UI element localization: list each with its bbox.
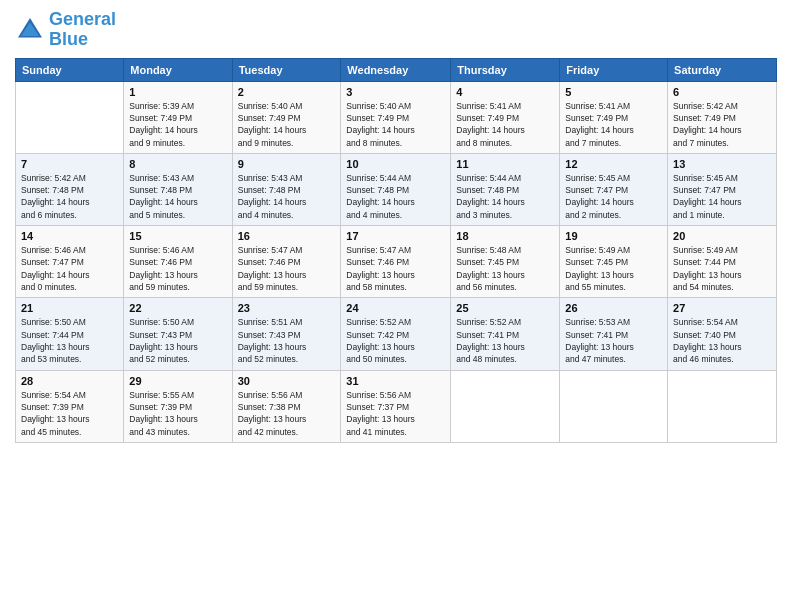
day-info: Sunrise: 5:55 AM Sunset: 7:39 PM Dayligh… <box>129 389 226 438</box>
day-number: 20 <box>673 230 771 242</box>
day-cell: 25Sunrise: 5:52 AM Sunset: 7:41 PM Dayli… <box>451 298 560 370</box>
day-number: 14 <box>21 230 118 242</box>
week-row-2: 7Sunrise: 5:42 AM Sunset: 7:48 PM Daylig… <box>16 153 777 225</box>
day-info: Sunrise: 5:47 AM Sunset: 7:46 PM Dayligh… <box>238 244 336 293</box>
day-info: Sunrise: 5:51 AM Sunset: 7:43 PM Dayligh… <box>238 316 336 365</box>
day-info: Sunrise: 5:56 AM Sunset: 7:37 PM Dayligh… <box>346 389 445 438</box>
col-header-wednesday: Wednesday <box>341 58 451 81</box>
day-number: 13 <box>673 158 771 170</box>
day-info: Sunrise: 5:43 AM Sunset: 7:48 PM Dayligh… <box>129 172 226 221</box>
day-cell: 20Sunrise: 5:49 AM Sunset: 7:44 PM Dayli… <box>668 226 777 298</box>
day-cell: 15Sunrise: 5:46 AM Sunset: 7:46 PM Dayli… <box>124 226 232 298</box>
day-cell: 3Sunrise: 5:40 AM Sunset: 7:49 PM Daylig… <box>341 81 451 153</box>
day-number: 2 <box>238 86 336 98</box>
day-info: Sunrise: 5:48 AM Sunset: 7:45 PM Dayligh… <box>456 244 554 293</box>
day-cell: 9Sunrise: 5:43 AM Sunset: 7:48 PM Daylig… <box>232 153 341 225</box>
day-number: 12 <box>565 158 662 170</box>
day-cell: 19Sunrise: 5:49 AM Sunset: 7:45 PM Dayli… <box>560 226 668 298</box>
day-cell: 23Sunrise: 5:51 AM Sunset: 7:43 PM Dayli… <box>232 298 341 370</box>
week-row-5: 28Sunrise: 5:54 AM Sunset: 7:39 PM Dayli… <box>16 370 777 442</box>
day-info: Sunrise: 5:41 AM Sunset: 7:49 PM Dayligh… <box>456 100 554 149</box>
day-cell: 10Sunrise: 5:44 AM Sunset: 7:48 PM Dayli… <box>341 153 451 225</box>
week-row-4: 21Sunrise: 5:50 AM Sunset: 7:44 PM Dayli… <box>16 298 777 370</box>
day-number: 23 <box>238 302 336 314</box>
day-cell: 22Sunrise: 5:50 AM Sunset: 7:43 PM Dayli… <box>124 298 232 370</box>
day-number: 30 <box>238 375 336 387</box>
day-cell: 8Sunrise: 5:43 AM Sunset: 7:48 PM Daylig… <box>124 153 232 225</box>
day-number: 9 <box>238 158 336 170</box>
day-cell: 18Sunrise: 5:48 AM Sunset: 7:45 PM Dayli… <box>451 226 560 298</box>
day-number: 22 <box>129 302 226 314</box>
day-number: 16 <box>238 230 336 242</box>
day-cell <box>16 81 124 153</box>
day-cell: 1Sunrise: 5:39 AM Sunset: 7:49 PM Daylig… <box>124 81 232 153</box>
day-number: 26 <box>565 302 662 314</box>
day-cell: 12Sunrise: 5:45 AM Sunset: 7:47 PM Dayli… <box>560 153 668 225</box>
day-number: 29 <box>129 375 226 387</box>
day-info: Sunrise: 5:54 AM Sunset: 7:39 PM Dayligh… <box>21 389 118 438</box>
day-info: Sunrise: 5:42 AM Sunset: 7:49 PM Dayligh… <box>673 100 771 149</box>
col-header-friday: Friday <box>560 58 668 81</box>
day-number: 11 <box>456 158 554 170</box>
day-number: 1 <box>129 86 226 98</box>
day-info: Sunrise: 5:42 AM Sunset: 7:48 PM Dayligh… <box>21 172 118 221</box>
day-cell: 26Sunrise: 5:53 AM Sunset: 7:41 PM Dayli… <box>560 298 668 370</box>
day-number: 15 <box>129 230 226 242</box>
day-number: 17 <box>346 230 445 242</box>
day-cell: 24Sunrise: 5:52 AM Sunset: 7:42 PM Dayli… <box>341 298 451 370</box>
day-number: 18 <box>456 230 554 242</box>
day-info: Sunrise: 5:40 AM Sunset: 7:49 PM Dayligh… <box>238 100 336 149</box>
day-info: Sunrise: 5:39 AM Sunset: 7:49 PM Dayligh… <box>129 100 226 149</box>
day-cell <box>560 370 668 442</box>
day-info: Sunrise: 5:43 AM Sunset: 7:48 PM Dayligh… <box>238 172 336 221</box>
day-cell: 21Sunrise: 5:50 AM Sunset: 7:44 PM Dayli… <box>16 298 124 370</box>
logo-icon <box>15 15 45 45</box>
col-header-monday: Monday <box>124 58 232 81</box>
day-info: Sunrise: 5:44 AM Sunset: 7:48 PM Dayligh… <box>456 172 554 221</box>
day-number: 4 <box>456 86 554 98</box>
day-number: 31 <box>346 375 445 387</box>
day-cell: 14Sunrise: 5:46 AM Sunset: 7:47 PM Dayli… <box>16 226 124 298</box>
day-info: Sunrise: 5:56 AM Sunset: 7:38 PM Dayligh… <box>238 389 336 438</box>
day-number: 27 <box>673 302 771 314</box>
day-info: Sunrise: 5:53 AM Sunset: 7:41 PM Dayligh… <box>565 316 662 365</box>
day-cell: 13Sunrise: 5:45 AM Sunset: 7:47 PM Dayli… <box>668 153 777 225</box>
col-header-thursday: Thursday <box>451 58 560 81</box>
day-info: Sunrise: 5:46 AM Sunset: 7:47 PM Dayligh… <box>21 244 118 293</box>
day-cell: 28Sunrise: 5:54 AM Sunset: 7:39 PM Dayli… <box>16 370 124 442</box>
day-info: Sunrise: 5:54 AM Sunset: 7:40 PM Dayligh… <box>673 316 771 365</box>
day-cell: 29Sunrise: 5:55 AM Sunset: 7:39 PM Dayli… <box>124 370 232 442</box>
day-number: 24 <box>346 302 445 314</box>
col-header-sunday: Sunday <box>16 58 124 81</box>
day-info: Sunrise: 5:50 AM Sunset: 7:44 PM Dayligh… <box>21 316 118 365</box>
header: General Blue <box>15 10 777 50</box>
day-cell: 4Sunrise: 5:41 AM Sunset: 7:49 PM Daylig… <box>451 81 560 153</box>
page: General Blue SundayMondayTuesdayWednesda… <box>0 0 792 612</box>
day-number: 21 <box>21 302 118 314</box>
day-cell: 5Sunrise: 5:41 AM Sunset: 7:49 PM Daylig… <box>560 81 668 153</box>
week-row-3: 14Sunrise: 5:46 AM Sunset: 7:47 PM Dayli… <box>16 226 777 298</box>
day-cell: 17Sunrise: 5:47 AM Sunset: 7:46 PM Dayli… <box>341 226 451 298</box>
col-header-tuesday: Tuesday <box>232 58 341 81</box>
day-cell: 27Sunrise: 5:54 AM Sunset: 7:40 PM Dayli… <box>668 298 777 370</box>
day-info: Sunrise: 5:46 AM Sunset: 7:46 PM Dayligh… <box>129 244 226 293</box>
day-cell: 11Sunrise: 5:44 AM Sunset: 7:48 PM Dayli… <box>451 153 560 225</box>
day-info: Sunrise: 5:41 AM Sunset: 7:49 PM Dayligh… <box>565 100 662 149</box>
day-number: 28 <box>21 375 118 387</box>
day-number: 3 <box>346 86 445 98</box>
day-info: Sunrise: 5:45 AM Sunset: 7:47 PM Dayligh… <box>565 172 662 221</box>
col-header-saturday: Saturday <box>668 58 777 81</box>
header-row: SundayMondayTuesdayWednesdayThursdayFrid… <box>16 58 777 81</box>
day-info: Sunrise: 5:47 AM Sunset: 7:46 PM Dayligh… <box>346 244 445 293</box>
day-info: Sunrise: 5:44 AM Sunset: 7:48 PM Dayligh… <box>346 172 445 221</box>
day-cell: 2Sunrise: 5:40 AM Sunset: 7:49 PM Daylig… <box>232 81 341 153</box>
day-number: 19 <box>565 230 662 242</box>
day-info: Sunrise: 5:45 AM Sunset: 7:47 PM Dayligh… <box>673 172 771 221</box>
day-cell: 7Sunrise: 5:42 AM Sunset: 7:48 PM Daylig… <box>16 153 124 225</box>
day-info: Sunrise: 5:52 AM Sunset: 7:41 PM Dayligh… <box>456 316 554 365</box>
day-number: 6 <box>673 86 771 98</box>
day-info: Sunrise: 5:52 AM Sunset: 7:42 PM Dayligh… <box>346 316 445 365</box>
day-cell: 30Sunrise: 5:56 AM Sunset: 7:38 PM Dayli… <box>232 370 341 442</box>
logo: General Blue <box>15 10 116 50</box>
day-cell <box>451 370 560 442</box>
